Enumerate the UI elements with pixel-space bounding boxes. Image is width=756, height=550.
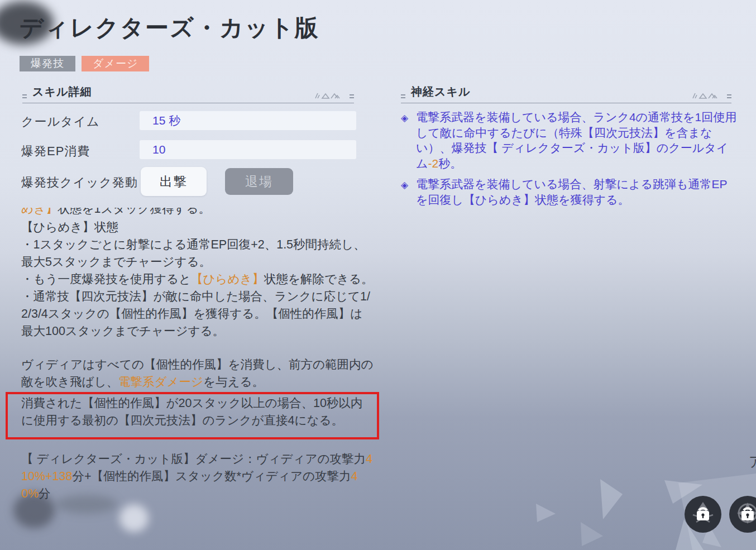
burst-ep-value: 10 <box>140 140 356 159</box>
cooldown-label: クールタイム <box>21 113 100 130</box>
locked-skill-button-2[interactable] <box>729 496 756 533</box>
clipped-text-line: めき】状態を1スタック獲得する。 <box>21 208 374 219</box>
burst-ep-label: 爆発EP消費 <box>21 143 90 160</box>
header-dash-right <box>350 94 354 98</box>
skill-detail-screen: ディレクターズ・カット版 爆発技 ダメージ スキル詳細 クールタイム 15 秒 … <box>0 0 756 550</box>
lock-emblem-compass-icon <box>733 500 756 529</box>
burst-description: ヴィディアはすべての【個性的作風】を消費し、前方の範囲内の敵を吹き飛ばし、電撃系… <box>21 356 374 391</box>
lock-emblem-lightning-icon <box>688 500 717 529</box>
header-dash-right-2 <box>727 94 731 98</box>
damage-formula: 【 ディレクターズ・カット版】ダメージ：ヴィディアの攻撃力410%+138分+【… <box>21 451 374 503</box>
state-point-2: ・もう一度爆発技を使用すると【ひらめき】状態を解除できる。 <box>21 271 374 288</box>
skill-detail-header-label: スキル詳細 <box>32 84 92 99</box>
tag-row: 爆発技 ダメージ <box>20 56 149 71</box>
header-dash-left <box>22 94 27 98</box>
neural-bullet-1-text: 電撃系武器を装備している場合、ランク4の通常技を1回使用して敵に命中するたびに（… <box>416 109 738 171</box>
deploy-button[interactable]: 出撃 <box>141 167 207 196</box>
mountain-decor-icon-2 <box>692 92 722 99</box>
neural-bullet-2-text: 電撃系武器を装備している場合、射撃による跳弾も通常EPを回復し【ひらめき】状態を… <box>416 176 738 207</box>
skill-detail-header: スキル詳細 <box>22 83 354 103</box>
neural-skill-list: ◈ 電撃系武器を装備している場合、ランク4の通常技を1回使用して敵に命中するたび… <box>401 109 738 213</box>
state-point-3: ・通常技【四次元技法】が敵に命中した場合、ランクに応じて1/2/3/4スタックの… <box>21 288 374 340</box>
neural-skill-header-label: 神経スキル <box>411 84 470 99</box>
neural-bullet-1: ◈ 電撃系武器を装備している場合、ランク4の通常技を1回使用して敵に命中するたび… <box>401 109 738 171</box>
highlighted-text-box: 消費された【個性的作風】が20スタック以上の場合、10秒以内に使用する最初の【四… <box>6 392 379 439</box>
neural-bullet-2: ◈ 電撃系武器を装備している場合、射撃による跳弾も通常EPを回復し【ひらめき】状… <box>401 176 738 207</box>
skill-description-scroll[interactable]: めき】状態を1スタック獲得する。 【ひらめき】状態 ・1スタックごとに射撃による… <box>21 208 374 503</box>
highlighted-text: 消費された【個性的作風】が20スタック以上の場合、10秒以内に使用する最初の【四… <box>21 395 375 429</box>
quick-cast-label: 爆発技クイック発動 <box>21 174 138 191</box>
retreat-button[interactable]: 退場 <box>225 168 293 195</box>
state-point-1: ・1スタックごとに射撃による通常EP回復+2、1.5秒間持続し、最大5スタックま… <box>21 236 374 271</box>
neural-skill-header: 神経スキル <box>401 83 731 103</box>
locked-skill-button-1[interactable] <box>685 496 721 533</box>
blur-smudge-light <box>119 504 149 532</box>
diamond-bullet-icon: ◈ <box>401 109 416 171</box>
mountain-decor-icon <box>315 92 345 99</box>
page-title: ディレクターズ・カット版 <box>20 12 319 44</box>
tag-burst-skill: 爆発技 <box>20 56 75 71</box>
diamond-bullet-icon-2: ◈ <box>401 176 416 207</box>
clipped-edge-text: ア <box>749 452 756 472</box>
header-dash-left-2 <box>401 94 405 98</box>
triangle-decor <box>525 469 756 550</box>
state-title: 【ひらめき】状態 <box>21 219 374 236</box>
tag-damage: ダメージ <box>82 56 149 71</box>
cooldown-value: 15 秒 <box>140 111 356 130</box>
